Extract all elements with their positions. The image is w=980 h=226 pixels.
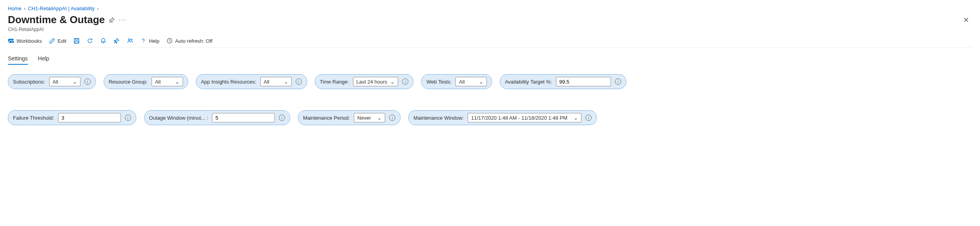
- workbooks-button[interactable]: Workbooks: [8, 38, 42, 44]
- tab-help[interactable]: Help: [38, 55, 49, 65]
- tabs: Settings Help: [8, 55, 972, 65]
- breadcrumb-home[interactable]: Home: [8, 5, 22, 11]
- subscriptions-value: All: [53, 79, 58, 85]
- chevron-right-icon: ›: [97, 5, 99, 11]
- chevron-down-icon: ⌄: [574, 115, 578, 121]
- svg-point-6: [143, 42, 144, 43]
- param-app-insights: App Insights Resources: All ⌄ i: [196, 74, 307, 89]
- chevron-down-icon: ⌄: [73, 79, 77, 85]
- tab-settings[interactable]: Settings: [8, 55, 28, 65]
- web-tests-select[interactable]: All ⌄: [455, 77, 487, 86]
- page-title: Downtime & Outage: [8, 14, 105, 26]
- outage-window-input[interactable]: [212, 113, 275, 122]
- app-insights-select[interactable]: All ⌄: [260, 77, 292, 86]
- chevron-down-icon: ⌄: [284, 79, 288, 85]
- subscriptions-select[interactable]: All ⌄: [49, 77, 80, 86]
- app-insights-value: All: [264, 79, 269, 85]
- availability-target-input[interactable]: [556, 77, 611, 86]
- toolbar: Workbooks Edit Help Auto refresh: Off: [8, 38, 972, 47]
- edit-label: Edit: [58, 38, 66, 44]
- alert-icon[interactable]: [100, 38, 106, 44]
- chevron-down-icon: ⌄: [175, 79, 179, 85]
- svg-point-4: [128, 39, 130, 40]
- workbooks-label: Workbooks: [16, 38, 42, 44]
- param-row-2: Failure Threshold: i Outage Window (minu…: [8, 110, 972, 125]
- resource-group-select[interactable]: All ⌄: [152, 77, 183, 86]
- param-maintenance-window: Maintenance Window: 11/17/2020 1:48 AM -…: [408, 110, 597, 125]
- outage-window-label: Outage Window (minut... :: [149, 115, 208, 121]
- refresh-icon[interactable]: [87, 38, 93, 44]
- info-icon[interactable]: i: [125, 115, 131, 121]
- param-time-range: Time Range: Last 24 hours ⌄ i: [315, 74, 414, 89]
- info-icon[interactable]: i: [84, 78, 91, 85]
- more-icon[interactable]: ···: [119, 16, 126, 24]
- info-icon[interactable]: i: [389, 115, 395, 121]
- resource-group-value: All: [155, 79, 161, 85]
- pin-icon[interactable]: [109, 17, 115, 23]
- web-tests-value: All: [459, 79, 464, 85]
- help-button[interactable]: Help: [140, 38, 159, 44]
- param-resource-group: Resource Group: All ⌄: [104, 74, 188, 89]
- failure-threshold-label: Failure Threshold:: [13, 115, 54, 121]
- breadcrumb-parent[interactable]: CH1-RetailAppAI | Availability: [28, 5, 95, 11]
- maintenance-period-label: Maintenance Period:: [303, 115, 350, 121]
- svg-rect-2: [75, 38, 78, 40]
- param-failure-threshold: Failure Threshold: i: [8, 110, 136, 125]
- time-range-value: Last 24 hours: [357, 79, 388, 85]
- close-button[interactable]: ✕: [960, 14, 972, 26]
- failure-threshold-input[interactable]: [58, 113, 121, 122]
- maintenance-window-label: Maintenance Window:: [413, 115, 464, 121]
- info-icon[interactable]: i: [402, 78, 408, 85]
- info-icon[interactable]: i: [279, 115, 285, 121]
- page-header: Downtime & Outage ··· ✕: [8, 14, 972, 26]
- time-range-select[interactable]: Last 24 hours ⌄: [353, 77, 399, 86]
- param-availability-target: Availability Target %: i: [500, 74, 626, 89]
- breadcrumb: Home › CH1-RetailAppAI | Availability ›: [8, 5, 972, 11]
- time-range-label: Time Range:: [320, 79, 349, 85]
- maintenance-period-value: Never: [357, 115, 371, 121]
- param-row-1: Subscriptions: All ⌄ i Resource Group: A…: [8, 74, 972, 89]
- param-maintenance-period: Maintenance Period: Never ⌄ i: [298, 110, 400, 125]
- svg-point-5: [131, 39, 132, 40]
- info-icon[interactable]: i: [615, 78, 621, 85]
- edit-button[interactable]: Edit: [49, 38, 66, 44]
- subscriptions-label: Subscriptions:: [13, 79, 45, 85]
- people-icon[interactable]: [127, 38, 133, 44]
- param-outage-window: Outage Window (minut... : i: [144, 110, 290, 125]
- info-icon[interactable]: i: [585, 115, 592, 121]
- resource-group-label: Resource Group:: [109, 79, 148, 85]
- web-tests-label: Web Tests:: [426, 79, 452, 85]
- param-web-tests: Web Tests: All ⌄: [421, 74, 492, 89]
- auto-refresh-label: Auto refresh: Off: [175, 38, 212, 44]
- help-label: Help: [149, 38, 159, 44]
- page-subtitle: CH1-RetailAppAI: [8, 27, 972, 32]
- info-icon[interactable]: i: [296, 78, 302, 85]
- chevron-down-icon: ⌄: [390, 79, 395, 85]
- maintenance-period-select[interactable]: Never ⌄: [354, 113, 385, 122]
- param-subscriptions: Subscriptions: All ⌄ i: [8, 74, 96, 89]
- maintenance-window-select[interactable]: 11/17/2020 1:48 AM - 11/18/2020 1:48 PM …: [468, 113, 581, 122]
- pin-toolbar-icon[interactable]: [113, 38, 120, 44]
- availability-target-label: Availability Target %:: [505, 79, 552, 85]
- chevron-down-icon: ⌄: [479, 79, 483, 85]
- chevron-right-icon: ›: [24, 5, 26, 11]
- app-insights-label: App Insights Resources:: [201, 79, 256, 85]
- chevron-down-icon: ⌄: [377, 115, 382, 121]
- maintenance-window-value: 11/17/2020 1:48 AM - 11/18/2020 1:48 PM: [471, 115, 567, 121]
- svg-rect-3: [75, 41, 78, 43]
- save-icon[interactable]: [73, 38, 80, 44]
- auto-refresh-button[interactable]: Auto refresh: Off: [166, 38, 212, 44]
